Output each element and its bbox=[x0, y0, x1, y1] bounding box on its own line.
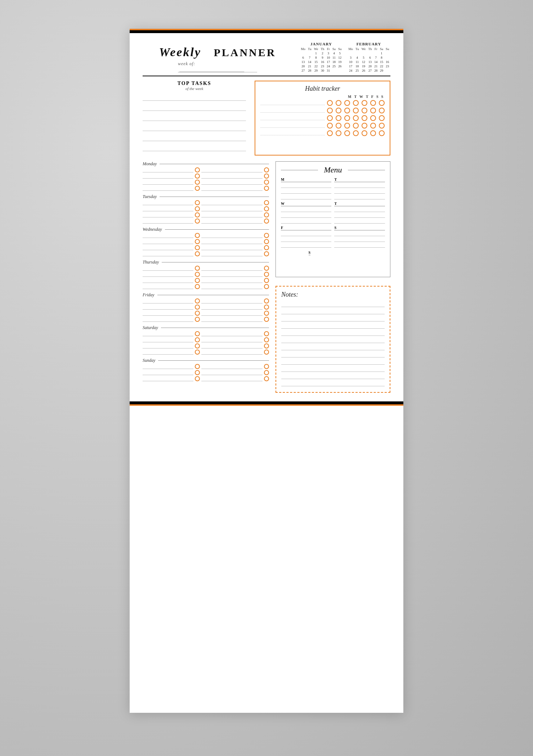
item-circle[interactable] bbox=[264, 278, 269, 283]
habit-circle[interactable] bbox=[336, 123, 341, 129]
item-circle[interactable] bbox=[195, 219, 200, 224]
habit-circle[interactable] bbox=[327, 130, 333, 136]
habit-circle[interactable] bbox=[353, 108, 359, 113]
item-circle[interactable] bbox=[195, 311, 200, 316]
habit-circle[interactable] bbox=[336, 100, 341, 106]
habit-circle[interactable] bbox=[362, 100, 367, 106]
item-circle[interactable] bbox=[264, 376, 269, 381]
habit-circle[interactable] bbox=[379, 123, 385, 129]
item-circle[interactable] bbox=[195, 350, 200, 355]
item-circle[interactable] bbox=[264, 245, 269, 250]
item-circle[interactable] bbox=[264, 219, 269, 224]
item-circle[interactable] bbox=[195, 233, 200, 238]
task-line-6[interactable] bbox=[143, 145, 246, 151]
item-circle[interactable] bbox=[264, 233, 269, 238]
habit-circle[interactable] bbox=[344, 100, 350, 106]
item-circle[interactable] bbox=[264, 200, 269, 205]
habit-circle[interactable] bbox=[370, 115, 376, 121]
item-circle[interactable] bbox=[264, 364, 269, 369]
item-circle[interactable] bbox=[195, 174, 200, 179]
habit-circle[interactable] bbox=[353, 100, 359, 106]
task-line-1[interactable] bbox=[143, 95, 246, 101]
habit-circle[interactable] bbox=[327, 100, 333, 106]
habit-circle[interactable] bbox=[327, 108, 333, 113]
habit-circle[interactable] bbox=[362, 130, 367, 136]
item-circle[interactable] bbox=[264, 317, 269, 322]
item-circle[interactable] bbox=[195, 206, 200, 211]
item-circle[interactable] bbox=[264, 350, 269, 355]
item-circle[interactable] bbox=[195, 251, 200, 256]
item-circle[interactable] bbox=[264, 180, 269, 185]
item-circle[interactable] bbox=[264, 331, 269, 336]
item-circle[interactable] bbox=[195, 337, 200, 342]
item-circle[interactable] bbox=[195, 200, 200, 205]
habit-circle[interactable] bbox=[327, 123, 333, 129]
item-circle[interactable] bbox=[195, 370, 200, 375]
item-circle[interactable] bbox=[195, 343, 200, 348]
habit-circle[interactable] bbox=[336, 130, 341, 136]
item-circle[interactable] bbox=[195, 180, 200, 185]
item-circle[interactable] bbox=[264, 284, 269, 289]
habit-tracker-section: Habit tracker M T W T F S S bbox=[255, 81, 390, 156]
item-circle[interactable] bbox=[264, 266, 269, 271]
item-circle[interactable] bbox=[264, 337, 269, 342]
habit-circle[interactable] bbox=[370, 123, 376, 129]
habit-circle[interactable] bbox=[336, 108, 341, 113]
item-circle[interactable] bbox=[195, 272, 200, 277]
item-circle[interactable] bbox=[264, 174, 269, 179]
habit-circle[interactable] bbox=[370, 130, 376, 136]
item-circle[interactable] bbox=[264, 370, 269, 375]
task-line-2[interactable] bbox=[143, 105, 246, 111]
habit-circle[interactable] bbox=[370, 100, 376, 106]
item-circle[interactable] bbox=[264, 298, 269, 303]
habit-circle[interactable] bbox=[344, 108, 350, 113]
item-circle[interactable] bbox=[264, 305, 269, 310]
item-circle[interactable] bbox=[195, 186, 200, 191]
habit-circle[interactable] bbox=[379, 108, 385, 113]
item-circle[interactable] bbox=[264, 251, 269, 256]
header-row: Weekly Planner week of: JANUARY MoT bbox=[143, 42, 390, 73]
habit-circle[interactable] bbox=[344, 115, 350, 121]
item-circle[interactable] bbox=[264, 212, 269, 217]
item-circle[interactable] bbox=[264, 186, 269, 191]
habit-circle[interactable] bbox=[327, 115, 333, 121]
item-circle[interactable] bbox=[195, 245, 200, 250]
item-circle[interactable] bbox=[195, 266, 200, 271]
item-circle[interactable] bbox=[195, 331, 200, 336]
day-item-row bbox=[143, 233, 269, 238]
item-circle[interactable] bbox=[195, 305, 200, 310]
item-circle[interactable] bbox=[195, 298, 200, 303]
habit-circle[interactable] bbox=[353, 115, 359, 121]
main-title: Weekly Planner bbox=[159, 45, 276, 59]
item-circle[interactable] bbox=[264, 167, 269, 172]
item-circle[interactable] bbox=[195, 317, 200, 322]
habit-circle[interactable] bbox=[336, 115, 341, 121]
habit-circle[interactable] bbox=[362, 115, 367, 121]
item-circle[interactable] bbox=[195, 167, 200, 172]
habit-circle[interactable] bbox=[344, 123, 350, 129]
item-circle[interactable] bbox=[195, 278, 200, 283]
habit-circle[interactable] bbox=[362, 123, 367, 129]
item-circle[interactable] bbox=[195, 284, 200, 289]
day-item-row bbox=[143, 376, 269, 381]
item-circle[interactable] bbox=[264, 206, 269, 211]
item-circle[interactable] bbox=[264, 239, 269, 244]
habit-circle[interactable] bbox=[353, 123, 359, 129]
habit-circle[interactable] bbox=[370, 108, 376, 113]
item-circle[interactable] bbox=[264, 272, 269, 277]
task-line-4[interactable] bbox=[143, 125, 246, 131]
task-line-3[interactable] bbox=[143, 115, 246, 121]
item-circle[interactable] bbox=[195, 364, 200, 369]
habit-circle[interactable] bbox=[353, 130, 359, 136]
habit-circle[interactable] bbox=[379, 115, 385, 121]
item-circle[interactable] bbox=[195, 239, 200, 244]
habit-circle[interactable] bbox=[379, 100, 385, 106]
item-circle[interactable] bbox=[264, 311, 269, 316]
task-line-5[interactable] bbox=[143, 135, 246, 141]
item-circle[interactable] bbox=[264, 343, 269, 348]
habit-circle[interactable] bbox=[379, 130, 385, 136]
habit-circle[interactable] bbox=[362, 108, 367, 113]
habit-circle[interactable] bbox=[344, 130, 350, 136]
item-circle[interactable] bbox=[195, 212, 200, 217]
item-circle[interactable] bbox=[195, 376, 200, 381]
